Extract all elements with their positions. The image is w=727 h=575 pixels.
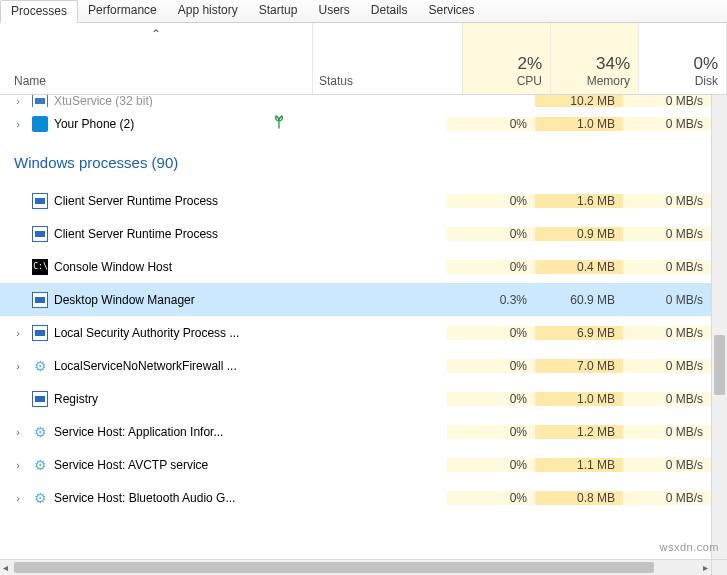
- mem-cell: 60.9 MB: [535, 293, 623, 307]
- expand-icon[interactable]: ›: [10, 426, 26, 438]
- process-name-label: Service Host: AVCTP service: [54, 458, 208, 472]
- process-row[interactable]: C:\Console Window Host0%0.4 MB0 MB/s: [0, 250, 711, 283]
- process-name-label: Client Server Runtime Process: [54, 227, 218, 241]
- process-row[interactable]: Client Server Runtime Process0%1.6 MB0 M…: [0, 184, 711, 217]
- expand-icon[interactable]: ›: [10, 95, 26, 107]
- scroll-left-icon[interactable]: ◂: [3, 562, 8, 573]
- tab-app-history[interactable]: App history: [168, 0, 249, 22]
- gear-icon: ⚙: [32, 457, 48, 473]
- cpu-cell: 0%: [447, 359, 535, 373]
- column-header-name[interactable]: ⌃ Name: [0, 23, 313, 94]
- tab-users[interactable]: Users: [308, 0, 360, 22]
- process-name-cell[interactable]: Client Server Runtime Process: [0, 226, 297, 242]
- process-name-cell[interactable]: Desktop Window Manager: [0, 292, 297, 308]
- disk-cell: 0 MB/s: [623, 491, 711, 505]
- column-header-status[interactable]: Status: [313, 23, 463, 94]
- scrollbar-corner: [711, 559, 727, 575]
- scroll-right-icon[interactable]: ▸: [703, 562, 708, 573]
- process-name-cell[interactable]: ›XtuService (32 bit): [0, 95, 297, 107]
- mem-cell: 6.9 MB: [535, 326, 623, 340]
- disk-cell: 0 MB/s: [623, 359, 711, 373]
- app-icon: [32, 116, 48, 132]
- cpu-cell: 0%: [447, 392, 535, 406]
- column-status-label: Status: [319, 74, 353, 88]
- mem-cell: 0.8 MB: [535, 491, 623, 505]
- disk-cell: 0 MB/s: [623, 227, 711, 241]
- process-name-cell[interactable]: C:\Console Window Host: [0, 259, 297, 275]
- process-row[interactable]: ›⚙Service Host: Application Infor...0%1.…: [0, 415, 711, 448]
- mem-cell: 1.0 MB: [535, 392, 623, 406]
- expand-icon[interactable]: ›: [10, 360, 26, 372]
- process-name-cell[interactable]: ›Local Security Authority Process ...: [0, 325, 297, 341]
- process-name-cell[interactable]: ›⚙Service Host: Bluetooth Audio G...: [0, 490, 297, 506]
- cpu-cell: 0%: [447, 425, 535, 439]
- process-name-cell[interactable]: ›⚙LocalServiceNoNetworkFirewall ...: [0, 358, 297, 374]
- mem-cell: 1.6 MB: [535, 194, 623, 208]
- process-row[interactable]: Desktop Window Manager0.3%60.9 MB0 MB/s: [0, 283, 711, 316]
- cpu-cell: 0%: [447, 491, 535, 505]
- expand-icon[interactable]: ›: [10, 327, 26, 339]
- process-name-label: Your Phone (2): [54, 117, 134, 131]
- vertical-scroll-thumb[interactable]: [714, 335, 725, 395]
- horizontal-scroll-thumb[interactable]: [14, 562, 654, 573]
- window-icon: [32, 95, 48, 107]
- process-row[interactable]: Client Server Runtime Process0%0.9 MB0 M…: [0, 217, 711, 250]
- cpu-cell: 0%: [447, 227, 535, 241]
- disk-percent: 0%: [693, 54, 718, 74]
- tab-performance[interactable]: Performance: [78, 0, 168, 22]
- disk-cell: 0 MB/s: [623, 392, 711, 406]
- process-name-label: LocalServiceNoNetworkFirewall ...: [54, 359, 237, 373]
- cpu-cell: 0.3%: [447, 293, 535, 307]
- disk-cell: 0 MB/s: [623, 326, 711, 340]
- column-header-memory[interactable]: 34% Memory: [551, 23, 639, 94]
- cpu-cell: 0%: [447, 458, 535, 472]
- column-header: ⌃ Name Status 2% CPU 34% Memory 0% Disk: [0, 23, 727, 95]
- column-header-disk[interactable]: 0% Disk: [639, 23, 727, 94]
- mem-cell: 0.9 MB: [535, 227, 623, 241]
- process-row[interactable]: ›Local Security Authority Process ...0%6…: [0, 316, 711, 349]
- memory-percent: 34%: [596, 54, 630, 74]
- process-row[interactable]: ›XtuService (32 bit)10.2 MB0 MB/s: [0, 95, 711, 107]
- mem-cell: 1.2 MB: [535, 425, 623, 439]
- window-icon: [32, 193, 48, 209]
- tab-startup[interactable]: Startup: [249, 0, 309, 22]
- vertical-scrollbar[interactable]: [711, 95, 727, 559]
- disk-cell: 0 MB/s: [623, 458, 711, 472]
- disk-cell: 0 MB/s: [623, 260, 711, 274]
- process-row[interactable]: ›⚙Service Host: Bluetooth Audio G...0%0.…: [0, 481, 711, 514]
- tab-processes[interactable]: Processes: [0, 0, 78, 23]
- mem-cell: 7.0 MB: [535, 359, 623, 373]
- expand-icon[interactable]: ›: [10, 459, 26, 471]
- disk-cell: 0 MB/s: [623, 194, 711, 208]
- process-name-cell[interactable]: ›⚙Service Host: Application Infor...: [0, 424, 297, 440]
- horizontal-scrollbar[interactable]: ◂ ▸: [0, 559, 711, 575]
- process-grid[interactable]: ›XtuService (32 bit)10.2 MB0 MB/s›Your P…: [0, 95, 711, 559]
- group-header-windows-processes[interactable]: Windows processes (90): [0, 140, 297, 184]
- process-name-label: Service Host: Bluetooth Audio G...: [54, 491, 235, 505]
- process-row[interactable]: ›Your Phone (2)0%1.0 MB0 MB/s: [0, 107, 711, 140]
- cpu-label: CPU: [517, 74, 542, 88]
- leaf-icon: [273, 115, 285, 132]
- group-header-row[interactable]: Windows processes (90): [0, 140, 711, 184]
- memory-label: Memory: [587, 74, 630, 88]
- process-row[interactable]: ›⚙Service Host: AVCTP service0%1.1 MB0 M…: [0, 448, 711, 481]
- process-name-cell[interactable]: ›Your Phone (2): [0, 115, 297, 132]
- process-name-label: Console Window Host: [54, 260, 172, 274]
- tab-services[interactable]: Services: [419, 0, 486, 22]
- column-header-cpu[interactable]: 2% CPU: [463, 23, 551, 94]
- sort-indicator-icon: ⌃: [151, 27, 161, 41]
- process-name-label: Client Server Runtime Process: [54, 194, 218, 208]
- process-row[interactable]: ›⚙LocalServiceNoNetworkFirewall ...0%7.0…: [0, 349, 711, 382]
- process-name-cell[interactable]: Registry: [0, 391, 297, 407]
- process-row[interactable]: Registry0%1.0 MB0 MB/s: [0, 382, 711, 415]
- cpu-cell: 0%: [447, 194, 535, 208]
- tab-details[interactable]: Details: [361, 0, 419, 22]
- expand-icon[interactable]: ›: [10, 492, 26, 504]
- process-name-cell[interactable]: ›⚙Service Host: AVCTP service: [0, 457, 297, 473]
- process-name-cell[interactable]: Client Server Runtime Process: [0, 193, 297, 209]
- disk-label: Disk: [695, 74, 718, 88]
- cpu-percent: 2%: [517, 54, 542, 74]
- disk-cell: 0 MB/s: [623, 95, 711, 107]
- expand-icon[interactable]: ›: [10, 118, 26, 130]
- mem-cell: 1.1 MB: [535, 458, 623, 472]
